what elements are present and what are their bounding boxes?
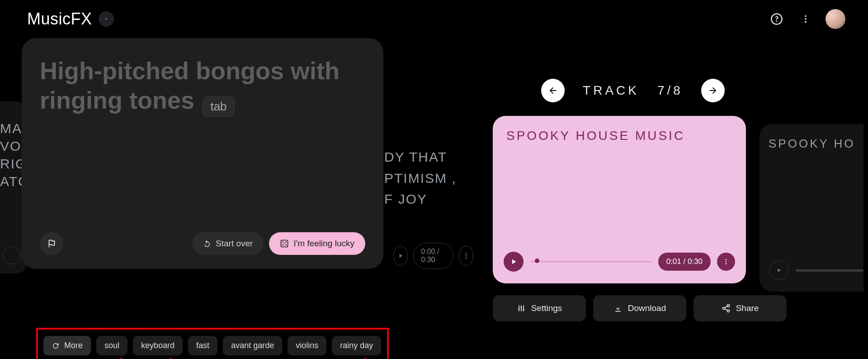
download-button[interactable]: Download bbox=[593, 295, 686, 321]
prev-play-outline bbox=[3, 246, 21, 264]
next-prompt-controls: 0:00 / 0:30 bbox=[393, 243, 473, 269]
svg-point-8 bbox=[285, 244, 287, 246]
settings-button[interactable]: Settings bbox=[493, 295, 586, 321]
arrow-left-icon bbox=[548, 86, 558, 96]
prompt-card: High-pitched bongos with ringing tones t… bbox=[22, 38, 383, 269]
svg-point-4 bbox=[283, 241, 284, 243]
restart-icon bbox=[203, 239, 211, 248]
download-icon bbox=[613, 304, 623, 313]
play-icon bbox=[776, 267, 782, 273]
chevron-down-icon bbox=[104, 16, 109, 22]
svg-point-19 bbox=[722, 307, 725, 310]
settings-label: Settings bbox=[531, 303, 562, 313]
peek-play-button[interactable] bbox=[393, 246, 408, 266]
more-vert-icon bbox=[722, 258, 730, 265]
next-track-bar bbox=[796, 269, 863, 272]
svg-point-18 bbox=[727, 305, 729, 307]
feeling-lucky-label: I'm feeling lucky bbox=[293, 239, 354, 249]
svg-point-5 bbox=[285, 241, 287, 243]
svg-point-16 bbox=[520, 307, 522, 308]
arrow-right-icon bbox=[708, 86, 718, 96]
more-vert-icon bbox=[801, 14, 811, 24]
next-track-play[interactable] bbox=[769, 261, 788, 280]
sliders-icon bbox=[517, 304, 526, 313]
next-track-title: SPOOKY HO bbox=[769, 137, 854, 151]
svg-point-20 bbox=[727, 310, 729, 312]
svg-point-1 bbox=[805, 18, 807, 20]
start-over-label: Start over bbox=[216, 239, 253, 249]
svg-point-13 bbox=[726, 261, 727, 263]
time-display: 0:01 / 0:30 bbox=[658, 253, 711, 271]
svg-point-10 bbox=[466, 255, 467, 257]
more-vert-icon bbox=[462, 252, 470, 259]
peek-time: 0:00 / 0:30 bbox=[413, 243, 453, 269]
track-index: 7/8 bbox=[657, 83, 683, 98]
brand-title: MusicFX bbox=[27, 10, 92, 29]
download-label: Download bbox=[628, 303, 666, 313]
help-icon bbox=[770, 13, 783, 25]
track-label: TRACK bbox=[583, 83, 639, 98]
svg-point-17 bbox=[523, 309, 524, 311]
track-card: SPOOKY HOUSE MUSIC 0:01 / 0:30 bbox=[493, 116, 746, 283]
svg-point-6 bbox=[284, 243, 285, 244]
chip-more[interactable]: More bbox=[43, 336, 91, 355]
svg-point-2 bbox=[805, 21, 807, 23]
dice-icon bbox=[280, 239, 289, 248]
brand-dropdown[interactable] bbox=[99, 11, 114, 27]
prev-track-button[interactable] bbox=[541, 79, 565, 102]
overflow-menu-button[interactable] bbox=[797, 10, 815, 28]
track-more-button[interactable] bbox=[717, 253, 735, 271]
start-over-button[interactable]: Start over bbox=[192, 232, 264, 255]
seek-bar[interactable] bbox=[530, 259, 652, 264]
chip-violins[interactable]: violins bbox=[288, 336, 326, 355]
chip-fast[interactable]: fast bbox=[188, 336, 217, 355]
feeling-lucky-button[interactable]: I'm feeling lucky bbox=[269, 232, 365, 255]
tab-hint: tab bbox=[203, 96, 234, 117]
share-button[interactable]: Share bbox=[693, 295, 787, 321]
play-button[interactable] bbox=[504, 252, 524, 272]
avatar[interactable] bbox=[826, 9, 845, 29]
prompt-placeholder[interactable]: High-pitched bongos with ringing tones bbox=[40, 57, 340, 114]
svg-point-12 bbox=[726, 259, 727, 260]
chip-keyboard[interactable]: keyboard bbox=[133, 336, 183, 355]
chip-rainy-day[interactable]: rainy day bbox=[332, 336, 381, 355]
svg-point-11 bbox=[466, 257, 467, 258]
chip-avant-garde[interactable]: avant garde bbox=[223, 336, 282, 355]
chips-annotation-box: More soul keyboard fast avant garde viol… bbox=[36, 328, 389, 359]
next-track-button[interactable] bbox=[701, 79, 725, 102]
peek-more-button[interactable] bbox=[459, 246, 473, 266]
share-icon bbox=[722, 304, 731, 313]
next-track-peek: SPOOKY HO bbox=[760, 124, 863, 292]
track-nav: TRACK 7/8 bbox=[511, 79, 755, 102]
svg-point-0 bbox=[805, 15, 807, 17]
track-title: SPOOKY HOUSE MUSIC bbox=[506, 129, 732, 143]
play-icon bbox=[397, 253, 404, 259]
svg-point-14 bbox=[726, 263, 727, 264]
chip-more-label: More bbox=[64, 341, 83, 350]
chip-soul[interactable]: soul bbox=[96, 336, 127, 355]
refresh-icon bbox=[52, 342, 60, 350]
help-button[interactable] bbox=[768, 10, 786, 28]
flag-icon bbox=[47, 239, 57, 249]
flag-button[interactable] bbox=[40, 232, 63, 255]
svg-point-15 bbox=[518, 308, 519, 310]
svg-point-9 bbox=[466, 253, 467, 254]
svg-point-7 bbox=[283, 244, 284, 246]
play-icon bbox=[509, 258, 518, 266]
share-label: Share bbox=[736, 303, 759, 313]
